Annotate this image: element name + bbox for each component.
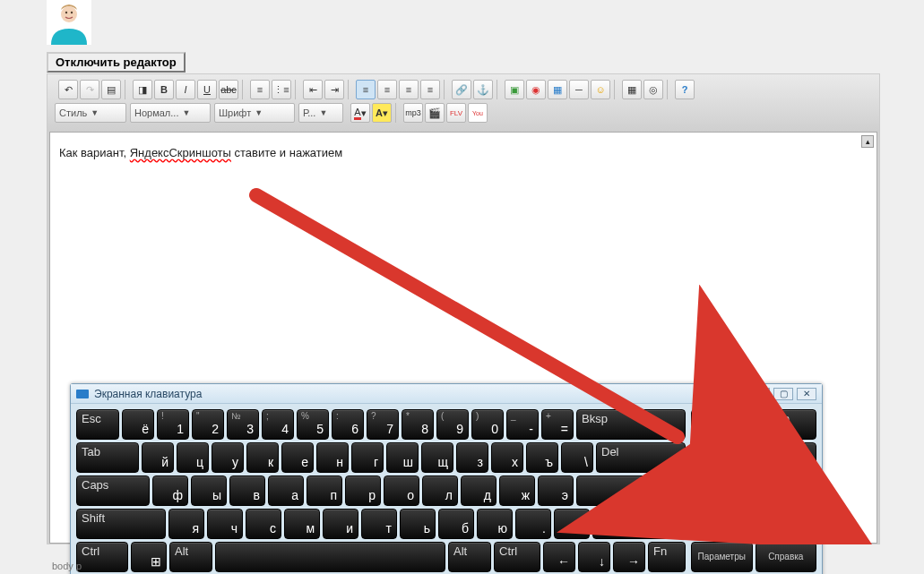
- key-sclk[interactable]: ScLk: [756, 509, 817, 539]
- font-select[interactable]: Шрифт▼: [214, 103, 295, 123]
- outdent-button[interactable]: ⇤: [303, 80, 323, 99]
- image-button[interactable]: ▣: [505, 80, 524, 99]
- key-fn[interactable]: Fn: [648, 542, 686, 572]
- flash-button[interactable]: ◉: [526, 80, 546, 99]
- key-с[interactable]: с: [246, 509, 281, 539]
- textcolor-button[interactable]: A▾: [350, 103, 370, 123]
- key-п[interactable]: п: [307, 475, 342, 506]
- smiley-button[interactable]: ☺: [591, 80, 610, 99]
- key-alt-r[interactable]: Alt: [448, 542, 491, 572]
- strike-button[interactable]: abc: [219, 80, 238, 99]
- key-у[interactable]: у: [212, 442, 244, 473]
- editor-content-area[interactable]: ▴ Как вариант, ЯндексСкриншоты ставите и…: [49, 132, 877, 544]
- key-3[interactable]: №3: [227, 409, 259, 440]
- key-insert[interactable]: Insert: [691, 475, 753, 506]
- key-8[interactable]: *8: [402, 409, 434, 440]
- redo-button[interactable]: ↷: [80, 80, 99, 99]
- ul-button[interactable]: ⋮≡: [272, 80, 291, 99]
- align-left-button[interactable]: ≡: [356, 80, 376, 99]
- key-.[interactable]: .: [515, 509, 551, 539]
- key-right[interactable]: →: [613, 542, 645, 572]
- key-й[interactable]: й: [142, 442, 174, 473]
- key-shift[interactable]: Shift: [76, 509, 166, 539]
- align-justify-button[interactable]: ≡: [420, 80, 440, 99]
- key-р[interactable]: р: [345, 475, 381, 506]
- hr-button[interactable]: ─: [569, 80, 589, 99]
- key-shift-r[interactable]: Shift: [592, 509, 686, 539]
- find-button[interactable]: ◎: [643, 80, 663, 99]
- source-button[interactable]: ▤: [101, 80, 121, 99]
- size-select[interactable]: Р...▼: [298, 103, 343, 123]
- key-left[interactable]: ←: [543, 542, 575, 572]
- key-з[interactable]: з: [456, 442, 488, 473]
- select-all-button[interactable]: ▦: [622, 80, 642, 99]
- italic-button[interactable]: I: [176, 80, 195, 99]
- key-pause[interactable]: Pause: [756, 475, 817, 506]
- youtube-button[interactable]: You: [468, 103, 488, 123]
- bold-button[interactable]: B: [154, 80, 174, 99]
- key-pgup[interactable]: PgUp: [756, 409, 817, 440]
- undo-button[interactable]: ↶: [58, 80, 78, 99]
- key-ц[interactable]: ц: [177, 442, 209, 473]
- flv-button[interactable]: FLV: [446, 103, 466, 123]
- key-и[interactable]: и: [323, 509, 358, 539]
- key-help[interactable]: Справка: [756, 542, 817, 572]
- key-л[interactable]: л: [422, 475, 458, 506]
- key-tab[interactable]: Tab: [76, 442, 139, 473]
- ol-button[interactable]: ≡: [250, 80, 270, 99]
- scroll-up-icon[interactable]: ▴: [861, 135, 874, 148]
- key-ю[interactable]: ю: [477, 509, 513, 539]
- bgcolor-button[interactable]: A▾: [372, 103, 392, 123]
- key-х[interactable]: х: [491, 442, 523, 473]
- help-button[interactable]: ?: [675, 80, 695, 99]
- indent-button[interactable]: ⇥: [324, 80, 344, 99]
- mp3-button[interactable]: mp3: [403, 103, 423, 123]
- key-end[interactable]: End: [691, 442, 753, 473]
- key-ы[interactable]: ы: [191, 475, 227, 506]
- minimize-button[interactable]: ─: [750, 388, 770, 400]
- osk-titlebar[interactable]: Экранная клавиатура ─ ▢ ✕: [71, 384, 822, 404]
- key-\[interactable]: \: [561, 442, 593, 473]
- key-м[interactable]: м: [284, 509, 320, 539]
- align-center-button[interactable]: ≡: [377, 80, 397, 99]
- key--[interactable]: _-: [506, 409, 539, 440]
- maximize-button[interactable]: ▢: [773, 388, 793, 400]
- key-г[interactable]: г: [351, 442, 384, 473]
- key-5[interactable]: %5: [297, 409, 329, 440]
- key-ctrl-r[interactable]: Ctrl: [494, 542, 540, 572]
- eraser-button[interactable]: ◨: [133, 80, 152, 99]
- key-б[interactable]: б: [438, 509, 474, 539]
- key-space[interactable]: [215, 542, 445, 572]
- underline-button[interactable]: U: [197, 80, 217, 99]
- key-pgdn[interactable]: PgDn: [756, 442, 817, 473]
- anchor-button[interactable]: ⚓: [473, 80, 493, 99]
- key-1[interactable]: !1: [157, 409, 189, 440]
- key-щ[interactable]: щ: [421, 442, 453, 473]
- key-ж[interactable]: ж: [499, 475, 535, 506]
- disable-editor-button[interactable]: Отключить редактор: [47, 52, 186, 73]
- link-button[interactable]: 🔗: [452, 80, 471, 99]
- key-в[interactable]: в: [229, 475, 265, 506]
- key-т[interactable]: т: [361, 509, 397, 539]
- key-ч[interactable]: ч: [207, 509, 243, 539]
- key-э[interactable]: э: [538, 475, 574, 506]
- key-enter[interactable]: ⏎: [576, 475, 686, 506]
- key-alt[interactable]: Alt: [169, 542, 212, 572]
- key-е[interactable]: е: [281, 442, 314, 473]
- key-yo[interactable]: ё: [122, 409, 154, 440]
- key-caps[interactable]: Caps: [76, 475, 150, 506]
- key-к[interactable]: к: [246, 442, 279, 473]
- key-ь[interactable]: ь: [400, 509, 436, 539]
- key-params[interactable]: Параметры: [691, 542, 753, 572]
- key-ъ[interactable]: ъ: [526, 442, 558, 473]
- format-select[interactable]: Нормал...▼: [130, 103, 211, 123]
- table-button[interactable]: ▦: [548, 80, 567, 99]
- key-0[interactable]: )0: [471, 409, 504, 440]
- key-prtscn[interactable]: PrtScn: [691, 509, 753, 539]
- key-д[interactable]: д: [461, 475, 497, 506]
- align-right-button[interactable]: ≡: [399, 80, 419, 99]
- key-ш[interactable]: ш: [386, 442, 419, 473]
- key-del[interactable]: Del: [596, 442, 686, 473]
- close-button[interactable]: ✕: [797, 388, 816, 400]
- key-win[interactable]: ⊞: [131, 542, 167, 572]
